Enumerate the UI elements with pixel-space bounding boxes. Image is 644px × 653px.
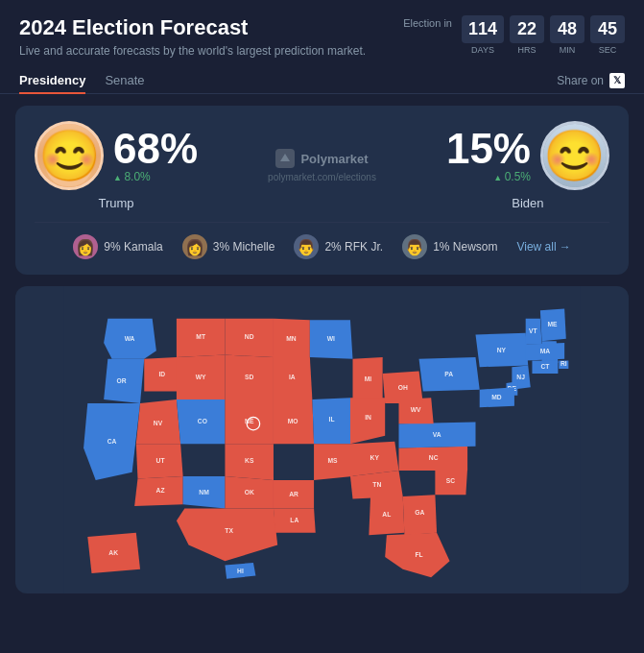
state-ms [314,444,352,480]
state-ga [403,495,437,535]
state-ak [87,533,140,573]
biden-avatar [540,121,609,190]
countdown-timer: Election in 114 DAYS 22 HRS 48 MIN 45 SE… [403,15,625,55]
state-ok [225,476,274,509]
state-ky [350,442,399,476]
countdown-hrs: 22 HRS [510,15,544,55]
state-nd [225,319,274,357]
countdown-days: 114 DAYS [462,15,504,55]
countdown-sec: 45 SEC [590,15,625,55]
rfk-avatar: 👨 [294,234,319,259]
share-on-label: Share on [557,74,604,87]
biden-percent: 15% [446,128,531,170]
state-in [350,398,385,444]
x-twitter-icon: 𝕏 [609,73,625,88]
state-wi [310,320,353,358]
state-vt [526,319,542,345]
michelle-avatar: 👩 [182,234,207,259]
state-ks [225,444,274,480]
state-pa [419,357,480,391]
state-al [369,496,404,535]
candidates-section: 68% 8.0% Trump Polymarket polymarket.com… [15,106,629,275]
biden-stats: 15% 0.5% [446,128,531,183]
state-md [480,387,514,407]
other-candidate-michelle: 👩 3% Michelle [182,234,275,259]
page-subtitle: Live and accurate forecasts by the world… [19,44,366,58]
trump-stats: 68% 8.0% [113,128,198,183]
candidates-row: 68% 8.0% Trump Polymarket polymarket.com… [35,121,609,210]
trump-percent: 68% [113,128,198,170]
state-co [177,399,226,444]
state-mt [177,319,226,357]
state-mo [274,399,314,444]
trump-candidate: 68% 8.0% Trump [35,121,198,210]
trump-inner: 68% 8.0% [35,121,198,190]
countdown-label: Election in [403,17,452,29]
other-candidates-row: 👩 9% Kamala 👩 3% Michelle 👨 2% RFK Jr. 👨… [35,222,609,259]
state-il [312,398,350,444]
state-ar [274,480,314,508]
state-id [144,357,180,391]
tabs-bar: Presidency Senate Share on 𝕏 [0,67,644,94]
us-map-container: WA OR CA ID MT WY NV UT CO AZ NM ND SD N… [15,286,629,593]
trump-avatar [35,121,104,190]
polymarket-name: Polymarket [300,152,368,166]
state-oh [383,371,423,403]
biden-face [543,124,607,187]
view-all-button[interactable]: View all → [516,240,570,254]
newsom-avatar: 👨 [402,234,427,259]
state-ne [225,399,274,444]
michelle-info: 3% Michelle [213,240,275,254]
arrow-icon: → [560,240,571,254]
svg-marker-0 [280,154,290,161]
countdown-min: 48 MIN [550,15,584,55]
state-ct [532,360,558,373]
state-ut [136,444,183,478]
polymarket-url: polymarket.com/elections [268,172,376,182]
kamala-info: 9% Kamala [104,240,162,254]
trump-face [37,124,101,187]
header-left: 2024 Election Forecast Live and accurate… [19,15,366,58]
state-va [399,422,476,447]
tab-presidency[interactable]: Presidency [19,67,85,93]
state-ny [476,333,529,367]
view-all-label: View all [516,240,556,254]
biden-candidate: 15% 0.5% Biden [446,121,609,210]
state-nc [399,447,468,471]
polymarket-icon [275,149,295,168]
state-ca [83,403,140,480]
state-ma [526,343,564,361]
state-wa [104,319,156,359]
kamala-avatar: 👩 [73,234,98,259]
polymarket-logo: Polymarket [275,149,368,168]
share-on-button[interactable]: Share on 𝕏 [557,73,625,88]
state-la [274,509,316,533]
state-sd [225,355,274,399]
state-sc [435,468,467,495]
other-candidate-kamala: 👩 9% Kamala [73,234,162,259]
other-candidate-rfk: 👨 2% RFK Jr. [294,234,383,259]
polymarket-center: Polymarket polymarket.com/elections [268,149,376,182]
rfk-info: 2% RFK Jr. [324,240,383,254]
trump-change: 8.0% [113,170,198,183]
state-wy [177,355,226,399]
biden-name: Biden [512,196,543,210]
biden-change: 0.5% [446,170,531,183]
state-or [104,359,144,403]
state-ia [274,357,312,399]
state-az [134,476,183,506]
state-nm [183,476,226,509]
other-candidate-newsom: 👨 1% Newsom [402,234,497,259]
page-header: 2024 Election Forecast Live and accurate… [0,0,644,67]
biden-inner: 15% 0.5% [446,121,609,190]
trump-name: Trump [99,196,134,210]
newsom-info: 1% Newsom [433,240,497,254]
page-title: 2024 Election Forecast [19,15,366,40]
state-nv [136,399,180,444]
state-ri [559,360,568,368]
state-mi [353,357,383,399]
state-mn [274,319,310,357]
tab-senate[interactable]: Senate [105,67,144,93]
state-me [540,309,566,342]
us-election-map: WA OR CA ID MT WY NV UT CO AZ NM ND SD N… [15,286,629,593]
